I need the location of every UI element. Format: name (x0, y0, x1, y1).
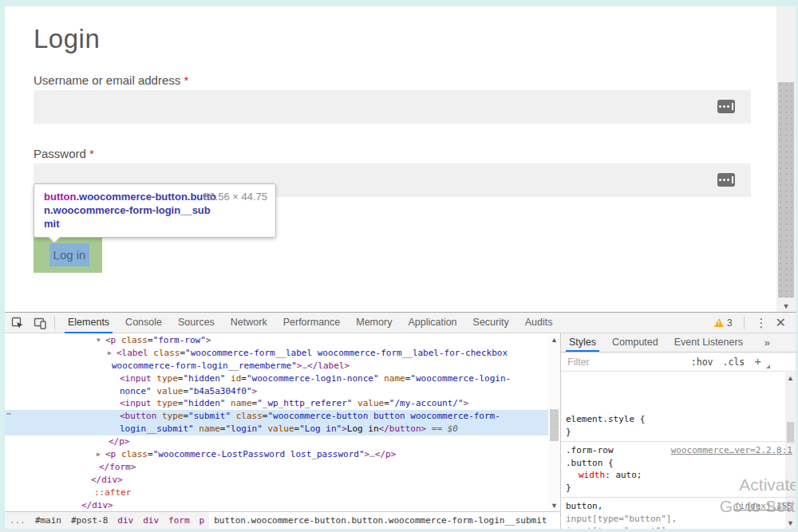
css-selector-line[interactable]: } (561, 426, 796, 439)
scroll-down-icon[interactable]: ▼ (548, 502, 560, 510)
devtools-toolbar: ElementsConsoleSourcesNetworkPerformance… (5, 313, 796, 333)
autofill-extension-icon[interactable] (717, 173, 735, 187)
dom-tree[interactable]: ▼<p class="form-row">▶<label class="wooc… (5, 334, 548, 511)
css-property[interactable]: width: auto; (561, 469, 796, 482)
inspect-content-box: Log in (49, 243, 89, 266)
dom-node-selected[interactable]: login__submit" name="login" value="Log i… (5, 423, 548, 435)
dom-node[interactable]: <input type="hidden" name="_wp_http_refe… (5, 397, 548, 410)
dom-node[interactable]: woocommerce-form-login__rememberme">…</l… (5, 360, 548, 372)
dom-node[interactable]: <input type="hidden" id="woocommerce-log… (5, 372, 548, 385)
collapse-arrow-icon[interactable]: ▼ (97, 334, 101, 347)
scroll-up-icon[interactable]: ▲ (548, 336, 560, 344)
devtools-tab-memory[interactable]: Memory (348, 313, 400, 333)
browser-viewport: Login Username or email address * Passwo… (5, 6, 796, 529)
devtools-tab-audits[interactable]: Audits (517, 313, 561, 333)
css-rule[interactable]: element.style {} (561, 411, 796, 442)
devtools-menu-icon[interactable]: ⋮ (756, 316, 768, 330)
page-scrollbar[interactable]: ▼ (776, 6, 796, 312)
devtools-tab-sources[interactable]: Sources (170, 313, 223, 333)
elements-panel: ▼<p class="form-row">▶<label class="wooc… (5, 333, 561, 529)
dom-breadcrumbs: ...#main#post-8divdivformpbutton.woocomm… (5, 511, 560, 529)
toolbar-separator (744, 317, 745, 329)
devtools-tab-performance[interactable]: Performance (275, 313, 349, 333)
css-selector-line[interactable]: input[type="button"], (561, 513, 796, 526)
elements-scrollbar-thumb[interactable] (550, 409, 559, 441)
styles-rules[interactable]: element.style {}woocommerce…ver=2.2.8:1.… (561, 411, 796, 529)
css-selector-line[interactable]: input[type="reset"], (561, 525, 796, 529)
webpage-login: Login Username or email address * Passwo… (5, 6, 796, 312)
dom-node[interactable]: ▶<p class="woocommerce-LostPassword lost… (5, 448, 548, 461)
warning-icon (714, 318, 724, 327)
new-style-rule-icon[interactable]: + (754, 354, 761, 368)
console-warnings-badge[interactable]: 3 (714, 317, 733, 329)
stylesheet-source-link[interactable]: (index):155 (734, 500, 792, 513)
devtools-tabs: ElementsConsoleSourcesNetworkPerformance… (60, 313, 560, 333)
page-title: Login (34, 24, 100, 54)
inspect-tooltip-dimensions: 86.56 × 44.75 (203, 191, 267, 203)
login-button-label: Log in (53, 248, 86, 262)
required-asterisk: * (184, 73, 188, 87)
devtools-tab-network[interactable]: Network (223, 313, 275, 333)
devtools-tab-application[interactable]: Application (400, 313, 464, 333)
devtools-panel: ElementsConsoleSourcesNetworkPerformance… (5, 312, 796, 529)
styles-filter-input[interactable] (567, 357, 681, 368)
elements-scrollbar[interactable]: ▲ ▼ (548, 334, 560, 511)
inspect-tooltip: button.woocommerce-button.button.woocomm… (34, 183, 276, 238)
expand-arrow-icon[interactable]: ▶ (108, 347, 112, 360)
breadcrumb-#main[interactable]: #main (30, 512, 66, 529)
new-rule-dropdown-icon[interactable] (766, 365, 770, 368)
toolbar-separator (54, 317, 55, 329)
css-selector-line[interactable]: .button { (561, 457, 796, 470)
breadcrumb-form[interactable]: form (164, 512, 195, 529)
inspect-tooltip-selector: button.woocommerce-button.button.woocomm… (44, 190, 218, 231)
required-asterisk: * (89, 147, 94, 160)
dom-node[interactable]: </form> (5, 461, 548, 474)
breadcrumb-p[interactable]: p (195, 512, 210, 529)
sidebar-tabs: StylesComputedEvent Listeners» (561, 333, 796, 353)
dom-node[interactable]: ::after (5, 487, 548, 499)
devtools-close-icon[interactable]: ✕ (774, 315, 788, 330)
stylesheet-source-link[interactable]: woocommerce…ver=2.2.8:1 (671, 444, 792, 457)
expand-arrow-icon[interactable]: ▶ (97, 448, 101, 461)
devtools-tab-security[interactable]: Security (465, 313, 517, 333)
sidebar-tab-styles[interactable]: Styles (561, 333, 604, 352)
more-tabs-icon[interactable]: » (764, 337, 770, 349)
dom-node[interactable]: </p> (5, 435, 548, 448)
sidebar-tab-event-listeners[interactable]: Event Listeners (666, 333, 751, 352)
dom-node[interactable]: ▶<label class="woocommerce-form__label w… (5, 347, 548, 360)
dom-node[interactable]: </div> (5, 474, 548, 487)
breadcrumb-selected[interactable]: button.woocommerce-button.button.woocomm… (209, 512, 560, 529)
breadcrumb-more[interactable]: ... (5, 512, 30, 529)
styles-sidebar: Activate Go to Setti StylesComputedEvent… (561, 333, 796, 529)
dom-node[interactable]: nonce" value="b4a5a304f0"> (5, 385, 548, 398)
autofill-extension-icon[interactable] (717, 100, 735, 113)
css-selector-line[interactable]: woocommerce…ver=2.2.8:1.form-row (561, 444, 796, 457)
page-scrollbar-thumb[interactable] (778, 82, 794, 298)
password-label: Password * (34, 147, 94, 160)
breadcrumb-div[interactable]: div (113, 512, 138, 529)
breadcrumb-div[interactable]: div (138, 512, 164, 529)
dom-node-selected[interactable]: ⋯<button type="submit" class="woocommerc… (5, 410, 548, 423)
devtools-tab-elements[interactable]: Elements (60, 313, 117, 333)
selected-node-gutter-icon: ⋯ (6, 408, 12, 420)
css-selector-line[interactable]: } (561, 482, 796, 495)
dom-node[interactable]: ▼<p class="form-row"> (5, 334, 548, 347)
sidebar-tab-computed[interactable]: Computed (604, 333, 666, 352)
devtools-tab-console[interactable]: Console (117, 313, 170, 333)
css-selector-line[interactable]: element.style { (561, 413, 796, 426)
inspect-element-icon[interactable] (8, 314, 27, 332)
username-label: Username or email address * (34, 73, 188, 87)
device-toolbar-icon[interactable] (30, 314, 49, 332)
toggle-element-classes[interactable]: .cls (723, 357, 745, 368)
username-input[interactable] (34, 90, 751, 124)
toggle-hover-state[interactable]: :hov (691, 357, 713, 368)
css-selector-line[interactable]: (index):155button, (561, 500, 796, 513)
scroll-down-icon[interactable]: ▼ (776, 302, 796, 310)
scroll-up-icon[interactable]: ▲ (785, 374, 796, 382)
dom-node[interactable]: </div> (5, 499, 548, 511)
css-rule[interactable]: (index):155button,input[type="button"],i… (561, 498, 796, 529)
breadcrumb-#post8[interactable]: #post-8 (66, 512, 113, 529)
login-button-highlighted[interactable]: Log in (34, 237, 102, 273)
styles-filter-row: :hov .cls + (561, 353, 796, 372)
css-rule[interactable]: woocommerce…ver=2.2.8:1.form-row.button … (561, 442, 796, 498)
